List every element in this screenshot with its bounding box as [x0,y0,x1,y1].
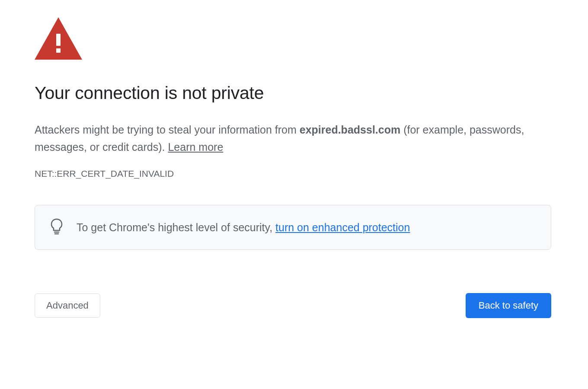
svg-rect-2 [56,48,61,53]
warning-heading: Your connection is not private [35,83,553,103]
info-text-pre: To get Chrome's highest level of securit… [77,221,275,233]
enhanced-protection-info-box: To get Chrome's highest level of securit… [35,205,551,250]
button-row: Advanced Back to safety [35,293,551,318]
lightbulb-icon [51,218,63,236]
enhanced-protection-link[interactable]: turn on enhanced protection [275,221,410,233]
ssl-warning-page: Your connection is not private Attackers… [0,0,588,335]
warning-domain: expired.badssl.com [300,124,400,136]
info-box-text: To get Chrome's highest level of securit… [77,221,410,234]
svg-rect-1 [56,34,61,46]
advanced-button[interactable]: Advanced [35,293,100,318]
warning-triangle-icon [35,17,553,61]
back-to-safety-button[interactable]: Back to safety [466,293,551,318]
description-pre-text: Attackers might be trying to steal your … [35,124,300,136]
warning-description: Attackers might be trying to steal your … [35,121,545,156]
learn-more-link[interactable]: Learn more [168,141,223,153]
error-code: NET::ERR_CERT_DATE_INVALID [35,169,553,179]
